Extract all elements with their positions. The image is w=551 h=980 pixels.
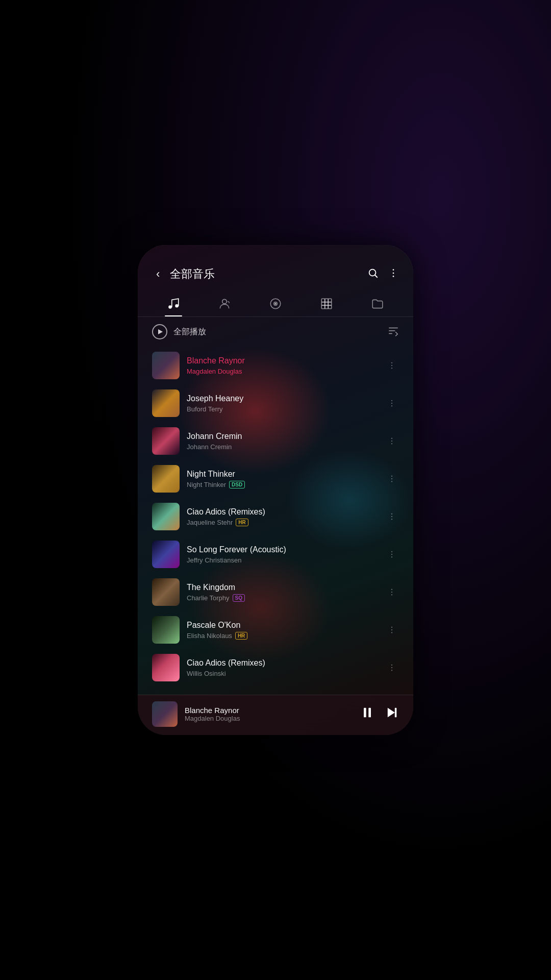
svg-rect-53 xyxy=(395,707,397,717)
svg-point-6 xyxy=(175,304,179,308)
header-actions xyxy=(367,267,399,281)
svg-point-47 xyxy=(391,665,392,666)
now-playing-controls xyxy=(360,705,399,723)
svg-rect-14 xyxy=(321,302,325,306)
song-more-button[interactable] xyxy=(384,623,399,636)
song-meta: Night ThinkerDSD xyxy=(187,481,377,488)
svg-point-40 xyxy=(391,556,392,557)
list-item[interactable]: Ciao Adios (Remixes)Willis Osinski xyxy=(138,649,413,687)
list-item[interactable]: Johann CreminJohann Cremin xyxy=(138,422,413,460)
song-artist: Buford Terry xyxy=(187,405,223,413)
song-info: Blanche RaynorMagdalen Douglas xyxy=(187,356,377,375)
tab-grid[interactable] xyxy=(312,293,341,316)
svg-point-36 xyxy=(391,516,392,517)
svg-point-42 xyxy=(391,592,392,593)
svg-point-5 xyxy=(168,305,172,309)
list-item[interactable]: The KingdomCharlie TorphySQ xyxy=(138,573,413,611)
song-thumb xyxy=(152,616,180,644)
svg-point-41 xyxy=(391,589,392,590)
svg-point-37 xyxy=(391,519,392,520)
play-all-label: 全部播放 xyxy=(173,327,382,337)
svg-point-25 xyxy=(391,368,392,369)
list-item[interactable]: Ciao Adios (Remixes)Jaqueline StehrHR xyxy=(138,498,413,535)
song-meta: Johann Cremin xyxy=(187,443,377,451)
list-item[interactable]: Blanche RaynorMagdalen Douglas xyxy=(138,347,413,384)
quality-badge: HR xyxy=(235,632,247,640)
song-artist: Jeffry Christiansen xyxy=(187,556,241,564)
song-more-button[interactable] xyxy=(384,359,399,372)
tab-artists[interactable] xyxy=(210,293,239,316)
list-item[interactable]: Night ThinkerNight ThinkerDSD xyxy=(138,460,413,498)
song-more-button[interactable] xyxy=(384,548,399,561)
song-meta: Buford Terry xyxy=(187,405,377,413)
song-artist: Jaqueline Stehr xyxy=(187,519,233,526)
song-meta: Magdalen Douglas xyxy=(187,368,377,375)
svg-point-2 xyxy=(393,269,394,271)
now-playing-info: Blanche Raynor Magdalen Douglas xyxy=(185,706,353,722)
song-title: Night Thinker xyxy=(187,470,377,479)
svg-point-46 xyxy=(391,632,392,633)
next-button[interactable] xyxy=(385,705,399,723)
pause-button[interactable] xyxy=(360,705,374,723)
song-more-button[interactable] xyxy=(384,397,399,410)
svg-point-30 xyxy=(391,440,392,442)
tab-songs[interactable] xyxy=(159,293,188,316)
list-item[interactable]: Joseph HeaneyBuford Terry xyxy=(138,384,413,422)
svg-point-49 xyxy=(391,670,392,671)
page-title: 全部音乐 xyxy=(170,266,361,282)
back-button[interactable]: ‹ xyxy=(152,265,164,283)
nav-tabs xyxy=(138,291,413,317)
sort-icon[interactable] xyxy=(388,325,399,339)
song-thumb xyxy=(152,427,180,455)
svg-point-45 xyxy=(391,629,392,630)
song-info: So Long Forever (Acoustic)Jeffry Christi… xyxy=(187,545,377,564)
svg-point-44 xyxy=(391,627,392,628)
tab-albums[interactable] xyxy=(261,293,290,316)
song-title: Johann Cremin xyxy=(187,432,377,441)
play-all-button[interactable] xyxy=(152,324,167,339)
song-info: Night ThinkerNight ThinkerDSD xyxy=(187,470,377,488)
now-playing-bar[interactable]: Blanche Raynor Magdalen Douglas xyxy=(138,695,413,735)
svg-point-39 xyxy=(391,554,392,555)
tab-folder[interactable] xyxy=(363,293,392,316)
svg-point-10 xyxy=(275,303,276,304)
now-playing-thumb xyxy=(152,701,178,727)
svg-point-48 xyxy=(391,667,392,668)
list-item[interactable]: Pascale O'KonElisha NikolausHR xyxy=(138,611,413,649)
song-info: The KingdomCharlie TorphySQ xyxy=(187,583,377,602)
svg-point-43 xyxy=(391,594,392,595)
song-thumb xyxy=(152,503,180,530)
svg-point-24 xyxy=(391,365,392,366)
song-meta: Willis Osinski xyxy=(187,670,377,677)
song-title: Pascale O'Kon xyxy=(187,621,377,630)
song-info: Ciao Adios (Remixes)Willis Osinski xyxy=(187,658,377,677)
song-more-button[interactable] xyxy=(384,472,399,485)
quality-badge: SQ xyxy=(233,594,245,602)
song-thumb xyxy=(152,654,180,681)
song-thumb xyxy=(152,578,180,606)
song-more-button[interactable] xyxy=(384,510,399,523)
svg-point-0 xyxy=(369,269,376,276)
svg-point-26 xyxy=(391,400,392,401)
svg-point-4 xyxy=(393,276,394,277)
svg-point-3 xyxy=(393,272,394,274)
svg-point-29 xyxy=(391,438,392,439)
svg-rect-50 xyxy=(364,707,366,717)
song-artist: Night Thinker xyxy=(187,481,226,488)
song-more-button[interactable] xyxy=(384,585,399,599)
svg-rect-51 xyxy=(368,707,371,717)
svg-rect-19 xyxy=(328,305,332,309)
more-menu-icon[interactable] xyxy=(388,267,399,281)
svg-line-1 xyxy=(375,275,377,277)
search-icon[interactable] xyxy=(367,267,379,281)
song-meta: Jaqueline StehrHR xyxy=(187,519,377,526)
song-title: Joseph Heaney xyxy=(187,394,377,403)
header: ‹ 全部音乐 xyxy=(138,245,413,291)
song-artist: Johann Cremin xyxy=(187,443,232,451)
song-more-button[interactable] xyxy=(384,434,399,448)
quality-badge: HR xyxy=(236,519,248,526)
play-all-bar: 全部播放 xyxy=(138,317,413,347)
song-artist: Willis Osinski xyxy=(187,670,226,677)
song-more-button[interactable] xyxy=(384,661,399,674)
list-item[interactable]: So Long Forever (Acoustic)Jeffry Christi… xyxy=(138,535,413,573)
